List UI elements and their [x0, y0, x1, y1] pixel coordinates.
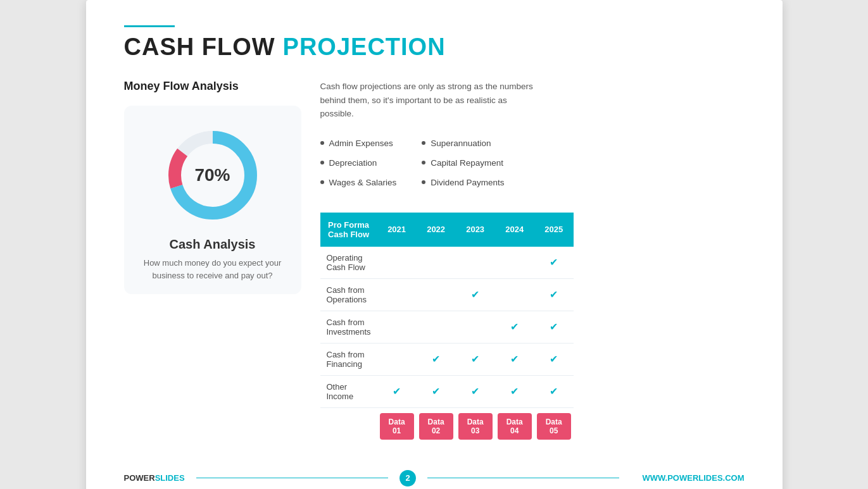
table-row: Operating Cash Flow ✔	[320, 247, 574, 279]
bullet-dot	[320, 141, 324, 145]
check-cell	[495, 247, 534, 279]
donut-chart: 70%	[162, 125, 263, 226]
check-cell	[456, 311, 495, 343]
table-header-label: Pro Forma Cash Flow	[320, 213, 377, 247]
footer-brand-left: POWERSLIDES	[124, 473, 185, 483]
check-cell: ✔	[534, 247, 574, 279]
data-button-1[interactable]: Data 01	[380, 413, 414, 440]
check-cell: ✔	[534, 343, 574, 375]
money-flow-title: Money Flow Analysis	[124, 80, 301, 93]
footer-brand-accent: SLIDES	[155, 473, 185, 483]
bullet-dot	[320, 180, 324, 184]
check-cell: ✔	[456, 343, 495, 375]
bullet-dot	[320, 161, 324, 164]
checkmark-icon: ✔	[510, 354, 519, 364]
title-blue: PROJECTION	[283, 34, 446, 61]
bullet-col-1: Admin Expenses Depreciation Wages & Sala…	[320, 139, 397, 197]
bullet-text: Capital Repayment	[431, 158, 503, 168]
bullet-dot	[422, 180, 425, 184]
row-label: Operating Cash Flow	[320, 247, 377, 279]
check-cell: ✔	[456, 278, 495, 311]
footer-empty-cell	[320, 407, 377, 445]
data-button-3[interactable]: Data 03	[458, 413, 493, 440]
footer-btn-cell-4: Data 04	[495, 407, 534, 445]
checkmark-icon: ✔	[432, 386, 440, 397]
check-cell	[417, 278, 456, 311]
donut-card: 70% Cash Analysis How much money do you …	[124, 106, 301, 294]
bullet-text: Superannuation	[431, 139, 491, 148]
table-header-2023: 2023	[456, 213, 495, 247]
checkmark-icon: ✔	[550, 257, 558, 268]
check-cell	[417, 247, 456, 279]
list-item: Dividend Payments	[422, 178, 504, 187]
check-cell	[377, 247, 417, 279]
row-label: Cash from Financing	[320, 343, 377, 375]
data-button-2[interactable]: Data 02	[419, 413, 453, 440]
donut-percent: 70%	[194, 165, 230, 185]
checkmark-icon: ✔	[471, 289, 479, 300]
row-label: Other Income	[320, 375, 377, 407]
check-cell	[495, 278, 534, 311]
middle-panel: Cash flow projections are only as strong…	[320, 80, 536, 445]
list-item: Wages & Salaries	[320, 178, 397, 187]
check-cell: ✔	[495, 311, 534, 343]
bullet-text: Wages & Salaries	[329, 178, 397, 187]
check-cell	[377, 343, 417, 375]
footer-btn-cell-3: Data 03	[456, 407, 495, 445]
check-cell: ✔	[417, 375, 456, 407]
bullet-columns: Admin Expenses Depreciation Wages & Sala…	[320, 139, 536, 197]
table-header-2021: 2021	[377, 213, 417, 247]
table-footer-row: Data 01 Data 02 Data 03 Data 04 Data 05	[320, 407, 574, 445]
check-cell	[417, 311, 456, 343]
slide: CASH FLOW PROJECTION Money Flow Analysis…	[86, 0, 783, 489]
footer-btn-cell-5: Data 05	[534, 407, 574, 445]
checkmark-icon: ✔	[510, 386, 519, 397]
checkmark-icon: ✔	[510, 321, 519, 332]
description-text: Cash flow projections are only as strong…	[320, 80, 536, 121]
data-button-4[interactable]: Data 04	[498, 413, 532, 440]
check-cell: ✔	[534, 375, 574, 407]
table-row: Cash from Financing ✔ ✔ ✔ ✔	[320, 343, 574, 375]
table-row: Cash from Investments ✔ ✔	[320, 311, 574, 343]
checkmark-icon: ✔	[471, 386, 479, 397]
list-item: Superannuation	[422, 139, 504, 148]
checkmark-icon: ✔	[393, 386, 401, 397]
checkmark-icon: ✔	[550, 321, 558, 332]
bullet-text: Dividend Payments	[431, 178, 504, 187]
bullet-dot	[422, 161, 425, 164]
check-cell: ✔	[534, 311, 574, 343]
footer-line-left	[196, 478, 388, 478]
title-black: CASH FLOW	[124, 34, 275, 61]
check-cell: ✔	[417, 343, 456, 375]
footer-btn-cell-1: Data 01	[377, 407, 417, 445]
checkmark-icon: ✔	[550, 386, 558, 397]
left-panel: Money Flow Analysis 70% Cash Analysis Ho…	[124, 80, 301, 445]
cashflow-table: Pro Forma Cash Flow 2021 2022 2023 2024 …	[320, 213, 574, 445]
table-row: Cash from Operations ✔ ✔	[320, 278, 574, 311]
checkmark-icon: ✔	[432, 354, 440, 364]
table-header-2025: 2025	[534, 213, 574, 247]
bullet-list-1: Admin Expenses Depreciation Wages & Sala…	[320, 139, 397, 187]
check-cell: ✔	[495, 343, 534, 375]
title-row: CASH FLOW PROJECTION	[124, 34, 745, 61]
table-header-2022: 2022	[417, 213, 456, 247]
check-cell	[377, 278, 417, 311]
bullet-dot	[422, 141, 425, 145]
bullet-list-2: Superannuation Capital Repayment Dividen…	[422, 139, 504, 187]
footer-url: WWW.POWERLIDES.COM	[642, 473, 744, 483]
title-accent-line	[124, 25, 175, 27]
table-header-2024: 2024	[495, 213, 534, 247]
check-cell	[377, 311, 417, 343]
main-content: Money Flow Analysis 70% Cash Analysis Ho…	[124, 80, 745, 445]
slide-footer: POWERSLIDES 2 WWW.POWERLIDES.COM	[124, 464, 745, 486]
table-wrapper: Pro Forma Cash Flow 2021 2022 2023 2024 …	[320, 213, 536, 445]
footer-btn-cell-2: Data 02	[417, 407, 456, 445]
check-cell: ✔	[534, 278, 574, 311]
check-cell: ✔	[377, 375, 417, 407]
list-item: Depreciation	[320, 158, 397, 168]
check-cell: ✔	[456, 375, 495, 407]
data-button-5[interactable]: Data 05	[537, 413, 571, 440]
check-cell	[456, 247, 495, 279]
bullet-text: Depreciation	[329, 158, 377, 168]
footer-page-number: 2	[399, 470, 416, 486]
